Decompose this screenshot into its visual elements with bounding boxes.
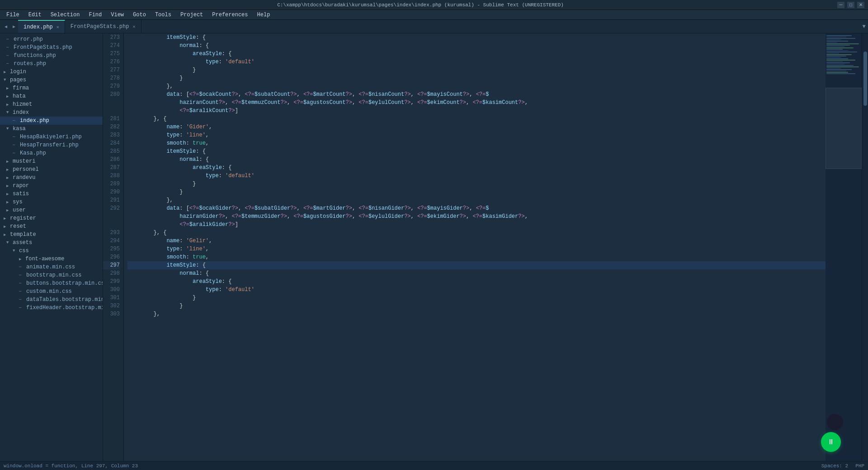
arrow-icon: ▶ [19,257,25,262]
file-icon: ─ [19,297,25,302]
minimap-line [826,72,848,73]
sidebar-item-hizmet[interactable]: ▶ hizmet [0,100,103,108]
code-line-280b: haziranCount?>, <?=$temmuzCount?>, <?=$a… [127,99,826,107]
line-num-289: 289 [103,180,120,188]
code-line-292b: haziranGider?>, <?=$temmuzGider?>, <?=$a… [127,212,826,221]
sidebar-item-css[interactable]: ▼ css [0,247,103,255]
sidebar-item-custom-css[interactable]: ─ custom.min.css [0,287,103,296]
sidebar-item-firma[interactable]: ▶ firma [0,84,103,92]
tab-index-php[interactable]: index.php ✕ [18,20,65,33]
sidebar-item-kasa[interactable]: ▼ kasa [0,125,103,133]
minimap-line [826,62,850,63]
right-scrollbar[interactable] [862,33,868,461]
scrollbar-thumb[interactable] [863,52,867,106]
sidebar-item-template[interactable]: ▶ template [0,230,103,239]
sidebar-item-satis[interactable]: ▶ satis [0,190,103,198]
sidebar-item-randevu[interactable]: ▶ randevu [0,174,103,182]
menu-selection[interactable]: Selection [46,11,85,19]
minimap-line [826,58,848,59]
menu-find[interactable]: Find [84,11,106,19]
code-line-281: }, { [127,115,826,123]
sidebar-item-rapor[interactable]: ▶ rapor [0,182,103,190]
file-icon: ─ [13,151,19,155]
tab-index-label: index.php [24,24,53,30]
line-num-283: 283 [103,131,120,139]
menu-view[interactable]: View [106,11,128,19]
sidebar-item-musteri[interactable]: ▶ musteri [0,157,103,165]
file-icon: ─ [6,45,13,50]
title-text: C:\xampp\htdocs\buradaki\kurumsal\pages\… [4,2,837,8]
sidebar-item-personel[interactable]: ▶ personel [0,165,103,174]
tab-index-close[interactable]: ✕ [57,24,59,30]
green-circle-button[interactable]: ⏸ [821,432,841,452]
sidebar-item-error-php[interactable]: ─ error.php [0,35,103,43]
minimap-line [826,38,855,39]
arrow-icon: ▶ [4,70,10,75]
tab-frontstats-php[interactable]: FrontPageStats.php ✕ [65,20,142,33]
arrow-icon: ▶ [6,94,13,99]
arrow-icon: ▶ [6,192,13,197]
sidebar-item-index-php[interactable]: ─ index.php [0,117,103,125]
sidebar-item-pages[interactable]: ▼ pages [0,76,103,84]
sidebar-item-reset[interactable]: ▶ reset [0,222,103,230]
file-icon: ─ [19,289,25,294]
sidebar-item-fixedheader-css[interactable]: ─ fixedHeader.bootstrap.min.css [0,304,103,312]
tab-overflow-btn[interactable]: ▼ [860,20,868,33]
menu-tools[interactable]: Tools [151,11,176,19]
sidebar-item-login[interactable]: ▶ login [0,68,103,76]
line-num-277: 277 [103,66,120,74]
sidebar-item-hesapbakiyeleri[interactable]: ─ HesapBakiyeleri.php [0,133,103,141]
sidebar-item-font-awesome[interactable]: ▶ font-awesome [0,255,103,263]
sidebar-item-hata[interactable]: ▶ hata [0,92,103,100]
sidebar-item-assets[interactable]: ▼ assets [0,239,103,247]
main-layout: ─ error.php ─ FrontPageStats.php ─ funct… [0,33,868,461]
arrow-icon: ▶ [6,159,13,164]
arrow-icon: ▶ [6,175,13,180]
title-bar: C:\xampp\htdocs\buradaki\kurumsal\pages\… [0,0,868,10]
close-button[interactable]: ✕ [857,2,864,8]
line-num-290: 290 [103,188,120,196]
minimap-line [826,43,859,44]
sidebar-item-user[interactable]: ▶ user [0,206,103,214]
sidebar-item-animate-css[interactable]: ─ animate.min.css [0,263,103,271]
sidebar-item-hesaptransferi[interactable]: ─ HesapTransferi.php [0,141,103,149]
code-line-279: }, [127,82,826,90]
code-line-283: type: 'line', [127,131,826,139]
maximize-button[interactable]: □ [847,2,854,8]
sidebar-item-register[interactable]: ▶ register [0,214,103,222]
tab-nav-left[interactable]: ◀ [2,20,10,33]
sidebar-item-functions-php[interactable]: ─ functions.php [0,52,103,60]
minimap-viewport [826,88,862,169]
minimap-line [826,39,841,40]
line-num-282: 282 [103,123,120,131]
sidebar-item-buttons-bootstrap-css[interactable]: ─ buttons.bootstrap.min.css [0,279,103,287]
menu-goto[interactable]: Goto [128,11,151,19]
sidebar-item-routes-php[interactable]: ─ routes.php [0,60,103,68]
tab-nav-right[interactable]: ▶ [10,20,18,33]
sidebar-item-sys[interactable]: ▶ sys [0,198,103,206]
line-num-279: 279 [103,82,120,90]
arrow-icon: ▼ [6,240,13,245]
minimap-line [826,45,850,46]
sidebar-item-index[interactable]: ▼ index [0,108,103,117]
line-num-293: 293 [103,229,120,237]
arrow-icon: ▶ [4,232,10,237]
status-left: window.onload = function, Line 297, Colu… [4,463,818,469]
sidebar-item-datatables-css[interactable]: ─ dataTables.bootstrap.min.css [0,296,103,304]
menu-help[interactable]: Help [253,11,275,19]
line-num-278: 278 [103,74,120,82]
code-line-276: type: 'default' [127,58,826,66]
menu-project[interactable]: Project [176,11,208,19]
menu-edit[interactable]: Edit [24,11,46,19]
minimize-button[interactable]: ─ [837,2,844,8]
menu-file[interactable]: File [2,11,24,19]
dark-circle [827,414,843,430]
arrow-icon: ▶ [4,216,10,221]
menu-preferences[interactable]: Preferences [208,11,252,19]
minimap-line [826,66,859,67]
tab-frontstats-close[interactable]: ✕ [132,24,135,29]
sidebar-item-frontstats-php[interactable]: ─ FrontPageStats.php [0,43,103,52]
sidebar-item-bootstrap-css[interactable]: ─ bootstrap.min.css [0,271,103,279]
code-content[interactable]: itemStyle: { normal: { areaStyle: { type… [124,33,826,461]
sidebar-item-kasa-php[interactable]: ─ Kasa.php [0,149,103,157]
